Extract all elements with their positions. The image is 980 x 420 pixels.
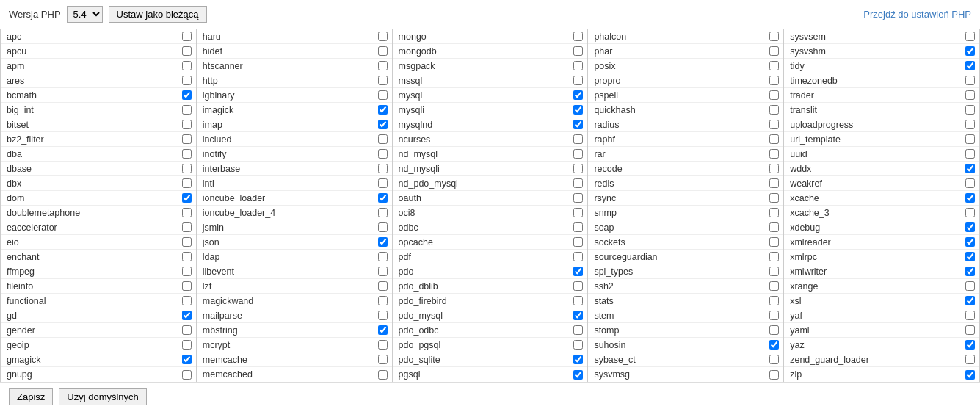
extension-checkbox[interactable] — [573, 134, 583, 144]
extension-checkbox[interactable] — [769, 208, 779, 217]
extension-checkbox[interactable] — [573, 90, 583, 100]
extension-checkbox[interactable] — [965, 120, 975, 129]
extension-checkbox[interactable] — [965, 296, 975, 305]
extension-checkbox[interactable] — [378, 222, 388, 232]
extension-checkbox[interactable] — [573, 149, 583, 159]
extension-checkbox[interactable] — [573, 76, 583, 85]
extension-checkbox[interactable] — [182, 164, 192, 173]
extension-checkbox[interactable] — [378, 370, 388, 380]
extension-checkbox[interactable] — [965, 325, 975, 335]
extension-checkbox[interactable] — [965, 76, 975, 85]
extension-checkbox[interactable] — [182, 149, 192, 159]
extension-checkbox[interactable] — [965, 105, 975, 115]
extension-checkbox[interactable] — [182, 120, 192, 129]
extension-checkbox[interactable] — [965, 208, 975, 217]
extension-checkbox[interactable] — [573, 46, 583, 56]
extension-checkbox[interactable] — [965, 178, 975, 188]
extension-checkbox[interactable] — [182, 296, 192, 305]
extension-checkbox[interactable] — [182, 178, 192, 188]
extension-checkbox[interactable] — [182, 252, 192, 261]
extension-checkbox[interactable] — [965, 281, 975, 291]
extension-checkbox[interactable] — [965, 311, 975, 320]
extension-checkbox[interactable] — [378, 267, 388, 276]
extension-checkbox[interactable] — [182, 208, 192, 217]
extension-checkbox[interactable] — [378, 325, 388, 335]
extension-checkbox[interactable] — [769, 46, 779, 56]
extension-checkbox[interactable] — [378, 355, 388, 364]
extension-checkbox[interactable] — [182, 355, 192, 364]
extension-checkbox[interactable] — [573, 105, 583, 115]
extension-checkbox[interactable] — [573, 237, 583, 247]
extension-checkbox[interactable] — [182, 134, 192, 144]
extension-checkbox[interactable] — [573, 281, 583, 291]
extension-checkbox[interactable] — [769, 237, 779, 247]
extension-checkbox[interactable] — [573, 296, 583, 305]
extension-checkbox[interactable] — [769, 311, 779, 320]
extension-checkbox[interactable] — [965, 61, 975, 70]
extension-checkbox[interactable] — [769, 134, 779, 144]
extension-checkbox[interactable] — [182, 61, 192, 70]
extension-checkbox[interactable] — [769, 222, 779, 232]
save-button[interactable]: Zapisz — [9, 388, 53, 405]
extension-checkbox[interactable] — [769, 296, 779, 305]
extension-checkbox[interactable] — [769, 90, 779, 100]
extension-checkbox[interactable] — [378, 340, 388, 350]
extension-checkbox[interactable] — [769, 281, 779, 291]
extension-checkbox[interactable] — [573, 252, 583, 261]
extension-checkbox[interactable] — [182, 90, 192, 100]
settings-link[interactable]: Przejdź do ustawień PHP — [863, 9, 971, 20]
extension-checkbox[interactable] — [182, 193, 192, 203]
extension-checkbox[interactable] — [573, 222, 583, 232]
extension-checkbox[interactable] — [182, 46, 192, 56]
extension-checkbox[interactable] — [965, 164, 975, 173]
extension-checkbox[interactable] — [182, 325, 192, 335]
extension-checkbox[interactable] — [378, 311, 388, 320]
extension-checkbox[interactable] — [769, 267, 779, 276]
extension-checkbox[interactable] — [378, 281, 388, 291]
extension-checkbox[interactable] — [378, 296, 388, 305]
extension-checkbox[interactable] — [769, 76, 779, 85]
extension-checkbox[interactable] — [769, 355, 779, 364]
extension-checkbox[interactable] — [573, 32, 583, 41]
extension-checkbox[interactable] — [769, 178, 779, 188]
extension-checkbox[interactable] — [378, 208, 388, 217]
extension-checkbox[interactable] — [769, 149, 779, 159]
extension-checkbox[interactable] — [965, 355, 975, 364]
extension-checkbox[interactable] — [965, 149, 975, 159]
extension-checkbox[interactable] — [378, 105, 388, 115]
extension-checkbox[interactable] — [573, 355, 583, 364]
extension-checkbox[interactable] — [769, 120, 779, 129]
extension-checkbox[interactable] — [182, 237, 192, 247]
extension-checkbox[interactable] — [182, 267, 192, 276]
extension-checkbox[interactable] — [965, 267, 975, 276]
extension-checkbox[interactable] — [769, 370, 779, 380]
extension-checkbox[interactable] — [182, 222, 192, 232]
extension-checkbox[interactable] — [573, 311, 583, 320]
extension-checkbox[interactable] — [769, 32, 779, 41]
extension-checkbox[interactable] — [378, 252, 388, 261]
php-version-select[interactable]: 5.4 5.5 5.6 7.0 7.1 7.2 — [67, 6, 103, 23]
extension-checkbox[interactable] — [573, 340, 583, 350]
extension-checkbox[interactable] — [573, 193, 583, 203]
extension-checkbox[interactable] — [378, 46, 388, 56]
extension-checkbox[interactable] — [965, 90, 975, 100]
extension-checkbox[interactable] — [965, 237, 975, 247]
extension-checkbox[interactable] — [378, 61, 388, 70]
extension-checkbox[interactable] — [182, 311, 192, 320]
extension-checkbox[interactable] — [378, 90, 388, 100]
extension-checkbox[interactable] — [965, 46, 975, 56]
extension-checkbox[interactable] — [769, 61, 779, 70]
extension-checkbox[interactable] — [378, 193, 388, 203]
extension-checkbox[interactable] — [769, 164, 779, 173]
extension-checkbox[interactable] — [182, 281, 192, 291]
extension-checkbox[interactable] — [965, 134, 975, 144]
extension-checkbox[interactable] — [378, 164, 388, 173]
extension-checkbox[interactable] — [769, 105, 779, 115]
extension-checkbox[interactable] — [965, 32, 975, 41]
extension-checkbox[interactable] — [378, 237, 388, 247]
extension-checkbox[interactable] — [573, 178, 583, 188]
extension-checkbox[interactable] — [378, 120, 388, 129]
extension-checkbox[interactable] — [182, 340, 192, 350]
extension-checkbox[interactable] — [182, 32, 192, 41]
extension-checkbox[interactable] — [573, 164, 583, 173]
